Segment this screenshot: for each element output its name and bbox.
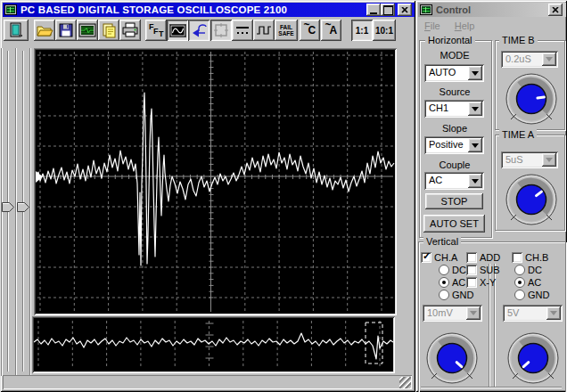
- ch-b-checkbox[interactable]: [512, 252, 522, 263]
- exit-button[interactable]: [4, 20, 29, 41]
- ch-b-gnd-label: GND: [528, 290, 549, 301]
- add-checkbox-label: ADD: [480, 252, 500, 264]
- ch-a-ac-label: AC: [452, 277, 465, 289]
- exit-door-icon: [7, 21, 25, 39]
- main-display-frame: [34, 48, 397, 315]
- maximize-button[interactable]: [381, 4, 395, 16]
- time-a-group-label: TIME A: [499, 128, 537, 141]
- time-a-knob[interactable]: [505, 173, 558, 226]
- save-button[interactable]: [55, 20, 77, 41]
- status-bar: [3, 375, 412, 389]
- desktop: PC BASED DIGITAL STORAGE OSCILLOSCOPE 21…: [0, 0, 567, 392]
- mode-label: MODE: [419, 50, 490, 61]
- control-window-title: Control: [436, 4, 471, 15]
- celsius-button[interactable]: ~ C: [300, 20, 320, 41]
- time-b-knob[interactable]: [505, 72, 558, 126]
- celsius-icon: ~ C: [303, 23, 317, 37]
- menu-file[interactable]: File: [421, 19, 444, 33]
- main-window: PC BASED DIGITAL STORAGE OSCILLOSCOPE 21…: [0, 0, 415, 392]
- source-select-arrow[interactable]: [468, 102, 482, 116]
- grid-toggle-button[interactable]: [210, 20, 232, 41]
- ch-a-dc-label: DC: [452, 265, 466, 276]
- ch-a-checkbox[interactable]: [421, 252, 431, 263]
- notes-icon: [101, 22, 117, 38]
- ch-a-gnd-label: GND: [452, 290, 473, 301]
- control-close-button[interactable]: [548, 4, 563, 16]
- chevron-down-icon: [550, 311, 557, 315]
- main-title-bar: PC BASED DIGITAL STORAGE OSCILLOSCOPE 21…: [3, 3, 415, 17]
- ch-b-gnd-radio[interactable]: [514, 290, 525, 300]
- stop-button[interactable]: STOP: [425, 193, 483, 209]
- ratio-1-1-button[interactable]: 1:1: [351, 20, 373, 41]
- time-b-select[interactable]: 0.2uS: [501, 51, 558, 68]
- dotted-grid-button[interactable]: [232, 20, 253, 41]
- slider-separator: [15, 48, 17, 376]
- control-close-icon: [552, 7, 559, 13]
- chevron-down-icon: [472, 179, 479, 184]
- slider-separator: [1, 48, 3, 376]
- mode-select[interactable]: AUTO: [424, 64, 484, 82]
- main-window-title: PC BASED DIGITAL STORAGE OSCILLOSCOPE 21…: [21, 4, 287, 15]
- chevron-down-icon: [472, 71, 479, 76]
- auto-set-button[interactable]: AUTO SET: [423, 215, 485, 233]
- vertical-group-label: Vertical: [423, 235, 461, 248]
- main-trace: [36, 93, 394, 265]
- sub-checkbox[interactable]: [466, 265, 477, 275]
- square-wave-button[interactable]: [253, 20, 275, 41]
- slope-select-arrow[interactable]: [468, 138, 482, 152]
- ch-b-ac-radio[interactable]: [514, 277, 525, 288]
- source-label: Source: [419, 86, 490, 98]
- ch-a-checkbox-label: CH.A: [434, 252, 457, 264]
- minimize-icon: [370, 12, 377, 14]
- refresh-trace-button[interactable]: [188, 20, 210, 41]
- add-checkbox[interactable]: [466, 252, 477, 263]
- main-display-grid: [37, 52, 393, 312]
- position-slider-thumb-2[interactable]: [17, 202, 29, 212]
- close-button[interactable]: [398, 4, 412, 16]
- copy-button[interactable]: [98, 20, 119, 41]
- ch-b-range-arrow: [546, 306, 561, 320]
- ch-a-gain-knob[interactable]: [425, 331, 479, 385]
- couple-select[interactable]: AC: [424, 172, 484, 190]
- slider-separator: [29, 48, 31, 376]
- overview-display-grid: [38, 321, 380, 369]
- xy-checkbox[interactable]: [466, 277, 477, 288]
- horizontal-group-label: Horizontal: [425, 34, 475, 46]
- waveform-display-button[interactable]: [167, 20, 188, 41]
- open-button[interactable]: [34, 20, 55, 41]
- ampere-icon: ~ A: [325, 23, 339, 37]
- failsafe-button[interactable]: FAIL SAFE: [275, 20, 298, 41]
- ch-a-ac-radio[interactable]: [439, 277, 449, 288]
- ch-a-gnd-radio[interactable]: [439, 290, 449, 300]
- ch-a-dc-radio[interactable]: [439, 265, 449, 275]
- xy-checkbox-label: X-Y: [480, 277, 496, 289]
- ch-b-checkbox-label: CH.B: [525, 252, 548, 264]
- position-slider-thumb-1[interactable]: [2, 202, 14, 212]
- time-b-group-label: TIME B: [499, 34, 538, 46]
- fft-button[interactable]: F F T: [145, 20, 167, 41]
- slope-select[interactable]: Positive: [424, 136, 484, 154]
- couple-select-arrow[interactable]: [468, 174, 482, 188]
- menu-help[interactable]: Help: [451, 19, 479, 33]
- control-title-bar: Control: [418, 3, 566, 17]
- ch-a-range-select[interactable]: 10mV: [423, 305, 482, 322]
- ampere-button[interactable]: ~ A: [321, 20, 341, 41]
- chevron-down-icon: [470, 311, 477, 315]
- mode-select-arrow[interactable]: [468, 66, 482, 80]
- source-select[interactable]: CH1: [424, 100, 484, 118]
- trigger-marker[interactable]: [36, 171, 43, 183]
- capture-button[interactable]: [77, 20, 98, 41]
- time-a-select[interactable]: 5uS: [501, 151, 558, 168]
- chevron-down-icon: [546, 57, 553, 61]
- save-floppy-icon: [58, 22, 74, 38]
- resize-grip[interactable]: [399, 377, 411, 388]
- ch-a-range-arrow: [466, 306, 481, 320]
- ch-b-range-select[interactable]: 5V: [503, 305, 563, 322]
- print-button[interactable]: [119, 20, 141, 41]
- control-menu-bar: File Help: [421, 19, 478, 33]
- app-icon: [4, 4, 17, 15]
- ch-b-gain-knob[interactable]: [506, 331, 560, 385]
- minimize-button[interactable]: [366, 4, 381, 16]
- ch-b-dc-radio[interactable]: [514, 265, 525, 275]
- ratio-10-1-button[interactable]: 10:1: [373, 20, 396, 41]
